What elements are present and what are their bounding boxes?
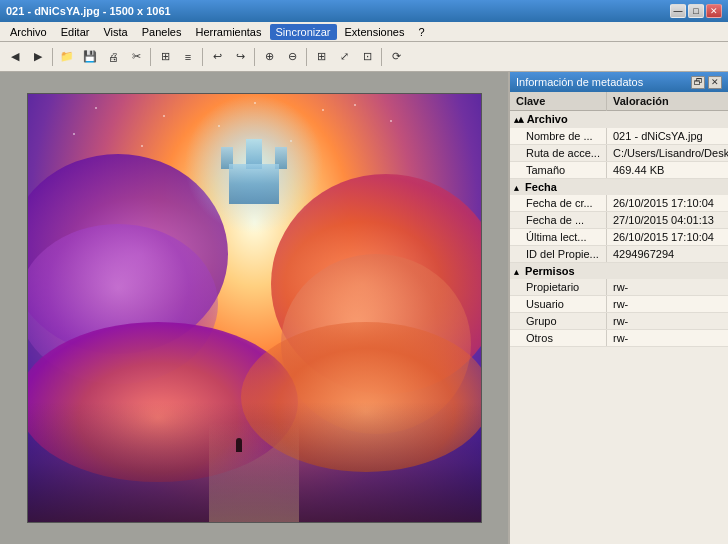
key-nombre: Nombre de ...: [510, 128, 607, 145]
val-id: 4294967294: [607, 246, 729, 263]
menu-bar: Archivo Editar Vista Paneles Herramienta…: [0, 22, 728, 42]
val-nombre: 021 - dNiCsYA.jpg: [607, 128, 729, 145]
close-button[interactable]: ✕: [706, 4, 722, 18]
menu-sincronizar[interactable]: Sincronizar: [270, 24, 337, 40]
castle-body: [229, 164, 279, 204]
table-row: Última lect... 26/10/2015 17:10:04: [510, 229, 728, 246]
path-highlight: [209, 422, 300, 522]
undo-button[interactable]: ↩: [206, 46, 228, 68]
key-tamano: Tamaño: [510, 162, 607, 179]
figure: [236, 438, 242, 452]
section-fecha[interactable]: ▴ Fecha: [510, 179, 728, 196]
toolbar-sep-3: [202, 48, 203, 66]
grid-view-button[interactable]: ⊞: [154, 46, 176, 68]
zoom-out-button[interactable]: ⊖: [281, 46, 303, 68]
val-fecha-cr: 26/10/2015 17:10:04: [607, 195, 729, 212]
toolbar-sep-4: [254, 48, 255, 66]
toolbar-sep-6: [381, 48, 382, 66]
toolbar-sep-2: [150, 48, 151, 66]
table-body: ▴▴ Archivo Nombre de ... 021 - dNiCsYA.j…: [510, 111, 728, 347]
table-row: Otros rw-: [510, 330, 728, 347]
key-grupo: Grupo: [510, 313, 607, 330]
table-row: Fecha de cr... 26/10/2015 17:10:04: [510, 195, 728, 212]
zoom-in-button[interactable]: ⊕: [258, 46, 280, 68]
maximize-button[interactable]: □: [688, 4, 704, 18]
permisos-triangle: ▴: [514, 267, 519, 277]
col-key: Clave: [510, 92, 607, 111]
refresh-button[interactable]: ⟳: [385, 46, 407, 68]
crop-button[interactable]: ✂: [125, 46, 147, 68]
table-row: Tamaño 469.44 KB: [510, 162, 728, 179]
table-row: ID del Propie... 4294967294: [510, 246, 728, 263]
key-id: ID del Propie...: [510, 246, 607, 263]
menu-paneles[interactable]: Paneles: [136, 24, 188, 40]
toolbar: ◀ ▶ 📁 💾 🖨 ✂ ⊞ ≡ ↩ ↪ ⊕ ⊖ ⊞ ⤢ ⊡ ⟳: [0, 42, 728, 72]
val-otros: rw-: [607, 330, 729, 347]
prev-button[interactable]: ◀: [4, 46, 26, 68]
panel-title: Información de metadatos: [516, 76, 643, 88]
val-fecha-mod: 27/10/2015 04:01:13: [607, 212, 729, 229]
val-ruta: C:/Users/Lisandro/Deskto...: [607, 145, 729, 162]
section-archivo[interactable]: ▴▴ Archivo: [510, 111, 728, 129]
table-row: Grupo rw-: [510, 313, 728, 330]
list-view-button[interactable]: ≡: [177, 46, 199, 68]
minimize-button[interactable]: —: [670, 4, 686, 18]
menu-archivo[interactable]: Archivo: [4, 24, 53, 40]
print-button[interactable]: 🖨: [102, 46, 124, 68]
panel-close-button[interactable]: ✕: [708, 76, 722, 89]
fit-button[interactable]: ⊞: [310, 46, 332, 68]
table-row: Propietario rw-: [510, 279, 728, 296]
panel-float-button[interactable]: 🗗: [691, 76, 705, 89]
panel-titlebar: Información de metadatos 🗗 ✕: [510, 72, 728, 92]
table-row: Fecha de ... 27/10/2015 04:01:13: [510, 212, 728, 229]
toolbar-sep-5: [306, 48, 307, 66]
table-row: Usuario rw-: [510, 296, 728, 313]
val-usuario: rw-: [607, 296, 729, 313]
key-fecha-mod: Fecha de ...: [510, 212, 607, 229]
key-propietario: Propietario: [510, 279, 607, 296]
image-display: [27, 93, 482, 523]
panel-controls: 🗗 ✕: [691, 76, 722, 89]
castle: [209, 124, 299, 204]
key-otros: Otros: [510, 330, 607, 347]
menu-editar[interactable]: Editar: [55, 24, 96, 40]
center-button[interactable]: ⊡: [356, 46, 378, 68]
col-value: Valoración: [607, 92, 729, 111]
metadata-table: Clave Valoración ▴▴ Archivo Nombre de ..…: [510, 92, 728, 544]
key-ruta: Ruta de acce...: [510, 145, 607, 162]
key-fecha-cr: Fecha de cr...: [510, 195, 607, 212]
open-button[interactable]: 📁: [56, 46, 78, 68]
table-row: Ruta de acce... C:/Users/Lisandro/Deskto…: [510, 145, 728, 162]
metadata-panel: Información de metadatos 🗗 ✕ Clave Valor…: [508, 72, 728, 544]
window-controls: — □ ✕: [670, 4, 722, 18]
val-propietario: rw-: [607, 279, 729, 296]
menu-help[interactable]: ?: [412, 24, 430, 40]
menu-herramientas[interactable]: Herramientas: [189, 24, 267, 40]
image-area[interactable]: [0, 72, 508, 544]
menu-vista[interactable]: Vista: [97, 24, 133, 40]
redo-button[interactable]: ↪: [229, 46, 251, 68]
metadata-data-table: Clave Valoración ▴▴ Archivo Nombre de ..…: [510, 92, 728, 347]
key-ultima: Última lect...: [510, 229, 607, 246]
next-button[interactable]: ▶: [27, 46, 49, 68]
table-header: Clave Valoración: [510, 92, 728, 111]
title-bar: 021 - dNiCsYA.jpg - 1500 x 1061 — □ ✕: [0, 0, 728, 22]
save-button[interactable]: 💾: [79, 46, 101, 68]
fecha-triangle: ▴: [514, 183, 519, 193]
section-permisos[interactable]: ▴ Permisos: [510, 263, 728, 280]
val-ultima: 26/10/2015 17:10:04: [607, 229, 729, 246]
menu-extensiones[interactable]: Extensiones: [339, 24, 411, 40]
val-grupo: rw-: [607, 313, 729, 330]
toolbar-sep-1: [52, 48, 53, 66]
window-title: 021 - dNiCsYA.jpg - 1500 x 1061: [6, 5, 171, 17]
val-tamano: 469.44 KB: [607, 162, 729, 179]
table-row: Nombre de ... 021 - dNiCsYA.jpg: [510, 128, 728, 145]
full-button[interactable]: ⤢: [333, 46, 355, 68]
main-area: Información de metadatos 🗗 ✕ Clave Valor…: [0, 72, 728, 544]
key-usuario: Usuario: [510, 296, 607, 313]
